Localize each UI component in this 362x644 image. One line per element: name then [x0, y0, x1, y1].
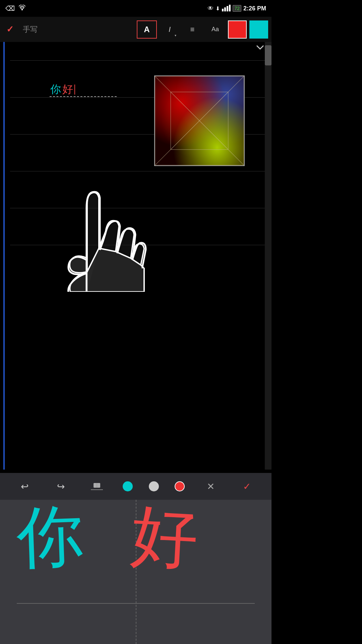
svg-rect-1 — [222, 9, 224, 11]
svg-rect-3 — [227, 6, 228, 11]
hand-cursor — [20, 164, 161, 288]
usb-icon: ⌫ — [5, 4, 15, 12]
scrollbar-thumb[interactable] — [265, 45, 272, 65]
status-bar: ⌫ 👁 ⬇ 72 2:26 PM — [0, 0, 272, 17]
italic-button[interactable]: I ▾ — [160, 20, 180, 39]
cancel-hw-button[interactable]: ✕ — [201, 476, 221, 496]
wifi-icon — [18, 5, 26, 12]
undo-icon: ↩ — [21, 481, 28, 492]
canvas-area: 你 好 — [0, 42, 265, 470]
color-white-dot[interactable] — [149, 481, 159, 491]
eye-icon: 👁 — [207, 5, 214, 12]
canvas-line — [10, 60, 265, 61]
eraser-icon — [91, 480, 103, 492]
hw-baseline — [17, 603, 255, 604]
time: 2:26 PM — [243, 5, 266, 12]
confirm-icon: ✓ — [243, 481, 251, 492]
font-icon: A — [144, 25, 149, 34]
hw-toolbar: ↩ ↪ ✕ ✓ — [0, 473, 272, 500]
color-red-button[interactable] — [228, 20, 247, 39]
confirm-button[interactable]: ✓ — [3, 23, 17, 36]
hw-char-hao: 好 — [129, 501, 199, 572]
undo-button[interactable]: ↩ — [15, 476, 35, 496]
text-size-button[interactable]: Aa — [205, 20, 225, 39]
color-red-dot[interactable] — [175, 481, 185, 491]
italic-icon: I — [169, 25, 171, 34]
battery-icon: 72 — [233, 5, 241, 12]
hw-char-ni: 你 — [16, 502, 82, 572]
canvas-char-hao: 好 — [62, 82, 73, 97]
align-icon: ≡ — [190, 25, 195, 34]
hw-canvas[interactable]: 你 好 — [0, 500, 272, 644]
text-size-icon: Aa — [212, 26, 219, 33]
status-right-icons: 👁 ⬇ 72 2:26 PM — [207, 5, 266, 12]
picker-gradient — [155, 76, 244, 165]
svg-point-0 — [21, 9, 23, 10]
vertical-blue-line — [3, 42, 5, 470]
toolbar-title: 手写 — [23, 24, 38, 35]
font-button[interactable]: A — [137, 20, 157, 39]
redo-button[interactable]: ↪ — [51, 476, 71, 496]
align-button[interactable]: ≡ — [182, 20, 202, 39]
cancel-icon: ✕ — [207, 481, 215, 492]
eraser-button[interactable] — [87, 476, 107, 496]
dropdown-arrow[interactable] — [255, 44, 265, 52]
text-underline — [50, 96, 117, 97]
color-cyan-button[interactable] — [249, 20, 268, 39]
status-left-icons: ⌫ — [5, 4, 26, 12]
handwriting-panel: ↩ ↪ ✕ ✓ — [0, 473, 272, 644]
canvas-char-ni: 你 — [50, 82, 61, 97]
confirm-hw-button[interactable]: ✓ — [237, 476, 257, 496]
text-cursor — [74, 85, 75, 95]
scrollbar[interactable] — [265, 42, 272, 470]
svg-rect-4 — [229, 5, 231, 11]
color-picker[interactable] — [154, 75, 245, 166]
svg-rect-2 — [224, 7, 226, 11]
redo-icon: ↪ — [57, 481, 65, 492]
color-cyan-dot[interactable] — [123, 481, 133, 491]
canvas-text: 你 好 — [50, 82, 75, 97]
toolbar: ✓ 手写 A I ▾ ≡ Aa — [0, 17, 272, 42]
signal-icon — [222, 5, 231, 12]
download-icon: ⬇ — [216, 5, 220, 12]
